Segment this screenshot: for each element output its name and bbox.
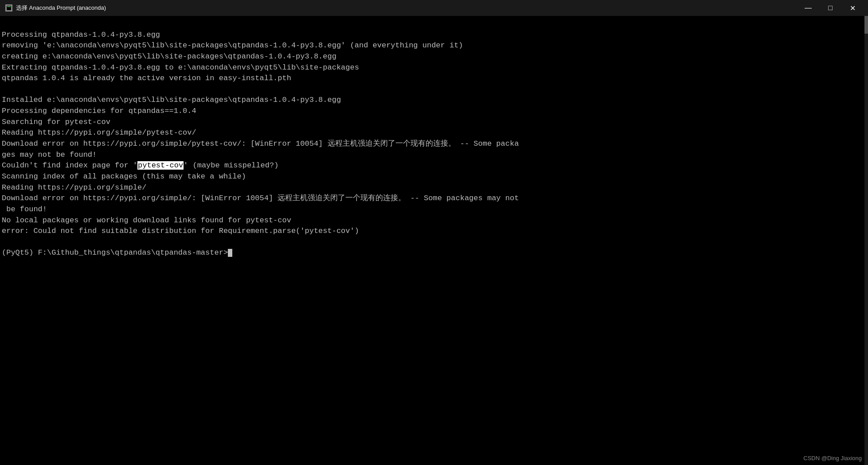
svg-rect-2 [7,6,11,7]
line-15: No local packages or working download li… [2,216,291,225]
title-bar: 选择 Anaconda Prompt (anaconda) — □ ✕ [0,0,868,16]
line-3: creating e:\anaconda\envs\pyqt5\lib\site… [2,52,336,61]
line-8: Searching for pytest-cov [2,118,110,126]
highlighted-term: pytest-cov [137,161,184,170]
line-13: Reading https://pypi.org/simple/ [2,183,146,192]
line-11: Couldn't find index page for 'pytest-cov… [2,161,278,170]
line-16: error: Could not find suitable distribut… [2,227,359,235]
cursor [228,249,232,257]
line-14: Download error on https://pypi.org/simpl… [2,194,519,213]
title-controls: — □ ✕ [798,0,863,16]
line-1: Processing qtpandas-1.0.4-py3.8.egg [2,31,160,39]
scrollbar-thumb[interactable] [864,16,868,34]
line-10: Download error on https://pypi.org/simpl… [2,140,519,159]
title-bar-left: 选择 Anaconda Prompt (anaconda) [5,4,106,12]
line-4: Extracting qtpandas-1.0.4-py3.8.egg to e… [2,63,359,72]
line-7: Processing dependencies for qtpandas==1.… [2,107,196,115]
window-icon [5,4,12,12]
line-12: Scanning index of all packages (this may… [2,172,246,181]
line-9: Reading https://pypi.org/simple/pytest-c… [2,128,196,137]
terminal-body[interactable]: Processing qtpandas-1.0.4-py3.8.egg remo… [0,16,868,465]
line-17: (PyQt5) F:\Github_things\qtpandas\qtpand… [2,248,232,257]
title-text: 选择 Anaconda Prompt (anaconda) [16,4,106,12]
watermark: CSDN @Ding Jiaxiong [803,455,862,461]
anaconda-prompt-window: 选择 Anaconda Prompt (anaconda) — □ ✕ Proc… [0,0,868,465]
line-5: qtpandas 1.0.4 is already the active ver… [2,74,291,82]
minimize-button[interactable]: — [798,0,818,16]
close-button[interactable]: ✕ [842,0,863,16]
line-6: Installed e:\anaconda\envs\pyqt5\lib\sit… [2,96,341,104]
line-2: removing 'e:\anaconda\envs\pyqt5\lib\sit… [2,41,463,50]
maximize-button[interactable]: □ [820,0,841,16]
terminal-output: Processing qtpandas-1.0.4-py3.8.egg remo… [2,19,866,270]
scrollbar[interactable] [864,16,868,465]
